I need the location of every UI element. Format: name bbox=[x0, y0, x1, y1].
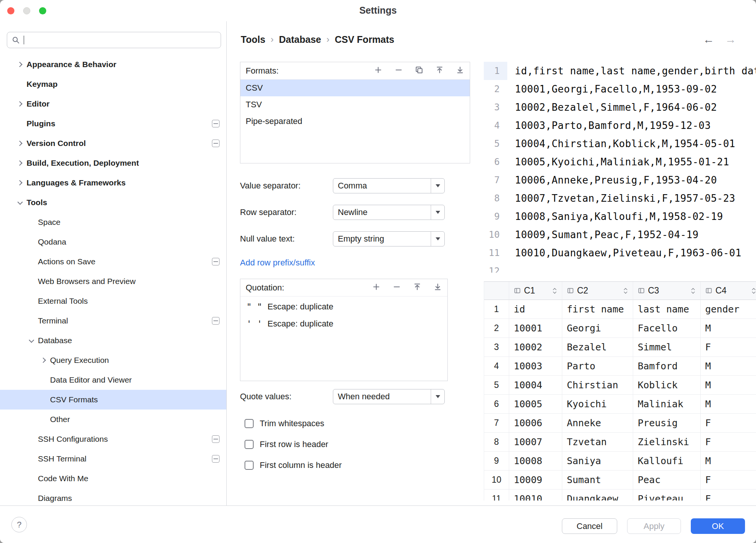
table-cell[interactable]: F bbox=[701, 471, 756, 490]
line-text[interactable]: 10005,Kyoichi,Maliniak,M,1955-01-21 bbox=[507, 156, 729, 168]
line-text[interactable]: 10001,Georgi,Facello,M,1953-09-02 bbox=[507, 83, 717, 95]
table-cell[interactable]: 10008 bbox=[509, 452, 562, 471]
checkbox[interactable] bbox=[245, 419, 254, 428]
table-cell[interactable]: 10004 bbox=[509, 376, 562, 395]
search-box[interactable] bbox=[7, 32, 221, 48]
move-down-button[interactable] bbox=[455, 66, 464, 75]
sidebar-item-query-execution[interactable]: Query Execution bbox=[0, 350, 226, 370]
sidebar-item-version-control[interactable]: Version Control bbox=[0, 133, 226, 153]
add-button[interactable] bbox=[373, 66, 383, 75]
sidebar-item-code-with-me[interactable]: Code With Me bbox=[0, 469, 226, 488]
line-text[interactable]: 10002,Bezalel,Simmel,F,1964-06-02 bbox=[507, 102, 717, 113]
column-header-c1[interactable]: C1 bbox=[509, 282, 562, 300]
line-text[interactable]: id,first name,last name,gender,birth dat… bbox=[507, 65, 756, 77]
checkbox-row-first-row-is-header[interactable]: First row is header bbox=[245, 436, 342, 453]
checkbox-row-trim-whitespaces[interactable]: Trim whitespaces bbox=[245, 415, 342, 432]
chevron-down-icon[interactable] bbox=[431, 179, 444, 193]
sidebar-item-tools[interactable]: Tools bbox=[0, 193, 226, 212]
sidebar-item-ssh-terminal[interactable]: SSH Terminal bbox=[0, 449, 226, 469]
table-cell[interactable]: Duangkaew bbox=[562, 490, 633, 501]
sidebar-item-other[interactable]: Other bbox=[0, 410, 226, 429]
sidebar-item-database[interactable]: Database bbox=[0, 331, 226, 350]
table-cell[interactable]: M bbox=[701, 452, 756, 471]
table-cell[interactable]: gender bbox=[701, 300, 756, 319]
chevron-down-icon[interactable] bbox=[14, 193, 27, 212]
chevron-down-icon[interactable] bbox=[431, 205, 444, 220]
table-cell[interactable]: Simmel bbox=[633, 338, 701, 357]
cancel-button[interactable]: Cancel bbox=[562, 518, 617, 534]
sidebar-item-plugins[interactable]: Plugins bbox=[0, 114, 226, 133]
breadcrumb-csv-formats[interactable]: CSV Formats bbox=[335, 34, 394, 45]
table-cell[interactable]: 10005 bbox=[509, 395, 562, 414]
table-cell[interactable]: F bbox=[701, 490, 756, 501]
sidebar-item-csv-formats[interactable]: CSV Formats bbox=[0, 390, 226, 410]
csv-preview-editor[interactable]: 1id,first name,last name,gender,birth da… bbox=[484, 62, 756, 273]
chevron-down-icon[interactable] bbox=[431, 389, 444, 404]
forward-button[interactable]: → bbox=[725, 34, 736, 45]
table-cell[interactable]: Tzvetan bbox=[562, 433, 633, 452]
value-separator-select[interactable]: Comma bbox=[333, 178, 445, 193]
format-item-pipe-separated[interactable]: Pipe-separated bbox=[240, 113, 470, 130]
chevron-down-icon[interactable] bbox=[25, 331, 38, 350]
null-value-select[interactable]: Empty string bbox=[333, 231, 445, 246]
chevron-down-icon[interactable] bbox=[431, 232, 444, 246]
help-button[interactable]: ? bbox=[11, 517, 27, 532]
table-cell[interactable]: M bbox=[701, 319, 756, 338]
table-cell[interactable]: F bbox=[701, 414, 756, 433]
checkbox[interactable] bbox=[245, 461, 254, 470]
chevron-right-icon[interactable] bbox=[14, 173, 27, 193]
row-separator-select[interactable]: Newline bbox=[333, 205, 445, 220]
column-header-c4[interactable]: C4 bbox=[701, 282, 756, 300]
sidebar-item-editor[interactable]: Editor bbox=[0, 94, 226, 114]
duplicate-button[interactable] bbox=[414, 66, 423, 75]
sidebar-item-space[interactable]: Space bbox=[0, 212, 226, 232]
add-row-prefix-suffix-link[interactable]: Add row prefix/suffix bbox=[240, 258, 315, 268]
csv-preview-grid[interactable]: C1C2C3C4 1idfirst namelast namegender210… bbox=[484, 281, 756, 501]
back-button[interactable]: ← bbox=[703, 34, 714, 45]
table-cell[interactable]: Saniya bbox=[562, 452, 633, 471]
move-down-button[interactable] bbox=[433, 283, 442, 292]
table-cell[interactable]: Piveteau bbox=[633, 490, 701, 501]
breadcrumb-database[interactable]: Database bbox=[279, 34, 321, 45]
sidebar-item-diagrams[interactable]: Diagrams bbox=[0, 488, 226, 505]
column-header-c3[interactable]: C3 bbox=[633, 282, 701, 300]
table-cell[interactable]: 10006 bbox=[509, 414, 562, 433]
sort-icon[interactable] bbox=[690, 287, 696, 295]
table-cell[interactable]: Preusig bbox=[633, 414, 701, 433]
table-cell[interactable]: 10009 bbox=[509, 471, 562, 490]
sidebar-item-keymap[interactable]: Keymap bbox=[0, 74, 226, 94]
table-cell[interactable]: Kyoichi bbox=[562, 395, 633, 414]
sidebar-item-actions-on-save[interactable]: Actions on Save bbox=[0, 252, 226, 272]
table-cell[interactable]: Facello bbox=[633, 319, 701, 338]
sidebar-item-qodana[interactable]: Qodana bbox=[0, 232, 226, 252]
sidebar-item-ssh-configurations[interactable]: SSH Configurations bbox=[0, 429, 226, 449]
line-text[interactable]: 10006,Anneke,Preusig,F,1953-04-20 bbox=[507, 174, 717, 186]
remove-button[interactable] bbox=[392, 283, 401, 292]
line-text[interactable]: 10004,Chirstian,Koblick,M,1954-05-01 bbox=[507, 138, 736, 149]
table-cell[interactable]: first name bbox=[562, 300, 633, 319]
sort-icon[interactable] bbox=[552, 287, 557, 295]
table-cell[interactable]: Chirstian bbox=[562, 376, 633, 395]
line-text[interactable]: 10009,Sumant,Peac,F,1952-04-19 bbox=[507, 229, 699, 240]
chevron-right-icon[interactable] bbox=[14, 55, 27, 74]
column-header-c2[interactable]: C2 bbox=[562, 282, 633, 300]
line-text[interactable]: 10003,Parto,Bamford,M,1959-12-03 bbox=[507, 120, 711, 131]
table-cell[interactable]: Koblick bbox=[633, 376, 701, 395]
breadcrumb-tools[interactable]: Tools bbox=[241, 34, 265, 45]
sort-icon[interactable] bbox=[751, 287, 756, 295]
table-cell[interactable]: Maliniak bbox=[633, 395, 701, 414]
table-cell[interactable]: Bamford bbox=[633, 357, 701, 376]
table-cell[interactable]: Kalloufi bbox=[633, 452, 701, 471]
ok-button[interactable]: OK bbox=[691, 518, 745, 534]
table-cell[interactable]: id bbox=[509, 300, 562, 319]
table-cell[interactable]: Parto bbox=[562, 357, 633, 376]
table-cell[interactable]: 10001 bbox=[509, 319, 562, 338]
sidebar-item-data-editor-and-viewer[interactable]: Data Editor and Viewer bbox=[0, 370, 226, 390]
checkbox-row-first-column-is-header[interactable]: First column is header bbox=[245, 457, 342, 474]
table-cell[interactable]: last name bbox=[633, 300, 701, 319]
chevron-right-icon[interactable] bbox=[37, 350, 50, 370]
table-cell[interactable]: Anneke bbox=[562, 414, 633, 433]
sidebar-item-build-execution-deployment[interactable]: Build, Execution, Deployment bbox=[0, 153, 226, 173]
table-cell[interactable]: 10002 bbox=[509, 338, 562, 357]
table-cell[interactable]: F bbox=[701, 433, 756, 452]
